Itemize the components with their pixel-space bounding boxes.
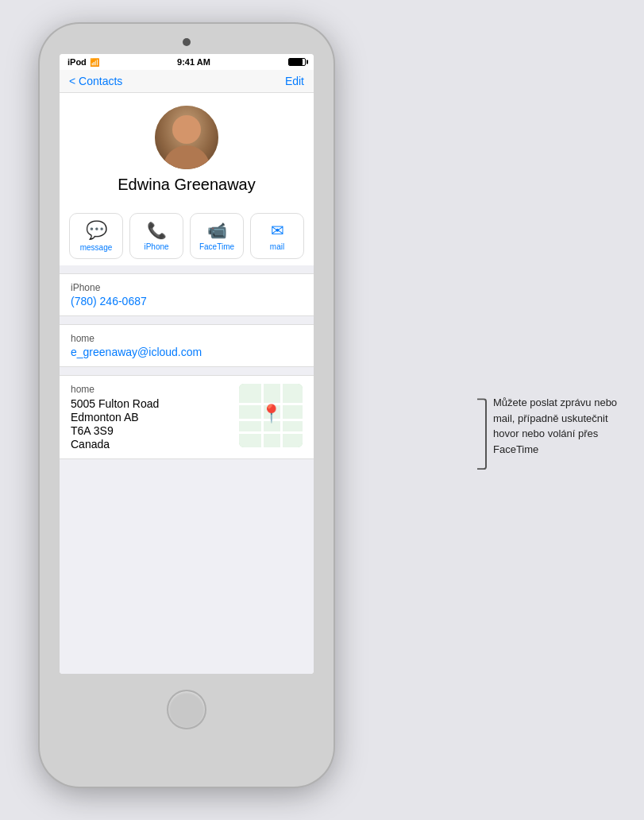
status-bar: iPod 📶 9:41 AM — [60, 54, 314, 70]
email-value[interactable]: e_greenaway@icloud.com — [71, 346, 303, 358]
address-line4: Canada — [71, 438, 159, 451]
message-button[interactable]: 💬 message — [69, 213, 123, 259]
scene: iPod 📶 9:41 AM < Contacts Edit — [0, 0, 644, 820]
back-button[interactable]: < Contacts — [69, 75, 122, 87]
address-line2: Edmonton AB — [71, 411, 159, 424]
message-icon: 💬 — [86, 220, 107, 241]
wifi-icon: 📶 — [90, 58, 99, 67]
annotation: Můžete poslat zprávu nebo mail, případně… — [477, 395, 636, 470]
home-button[interactable] — [167, 690, 206, 729]
facetime-button[interactable]: 📹 FaceTime — [190, 213, 244, 259]
map-road-h3 — [239, 431, 303, 434]
phone-value[interactable]: (780) 246-0687 — [71, 295, 303, 308]
device: iPod 📶 9:41 AM < Contacts Edit — [40, 24, 334, 787]
phone-icon: 📞 — [147, 221, 167, 240]
device-bottom — [167, 674, 206, 787]
map-thumbnail[interactable]: 📍 — [239, 384, 303, 447]
edit-label: Edit — [285, 75, 304, 87]
action-buttons-row: 💬 message 📞 iPhone 📹 FaceTime ✉ mail — [60, 207, 314, 265]
scroll-content: Edwina Greenaway 💬 message 📞 iPhone 📹 F — [60, 93, 314, 674]
status-right — [288, 58, 306, 66]
address-line3: T6A 3S9 — [71, 424, 159, 437]
edit-button[interactable]: Edit — [285, 75, 304, 87]
back-label: < Contacts — [69, 75, 122, 87]
phone-label: iPhone — [71, 282, 303, 293]
front-camera — [183, 38, 191, 46]
status-time: 9:41 AM — [177, 57, 210, 67]
address-section: home 5005 Fulton Road Edmonton AB T6A 3S… — [60, 375, 314, 459]
facetime-icon: 📹 — [207, 221, 227, 240]
nav-bar: < Contacts Edit — [60, 70, 314, 93]
avatar-section: Edwina Greenaway — [60, 93, 314, 207]
email-label: home — [71, 333, 303, 344]
avatar — [155, 106, 218, 169]
address-text: home 5005 Fulton Road Edmonton AB T6A 3S… — [71, 384, 159, 451]
carrier-label: iPod — [67, 57, 87, 67]
facetime-label: FaceTime — [199, 242, 234, 251]
screen: iPod 📶 9:41 AM < Contacts Edit — [60, 54, 314, 674]
annotation-text: Můžete poslat zprávu nebo mail, případně… — [493, 395, 636, 457]
mail-icon: ✉ — [271, 221, 284, 240]
message-label: message — [80, 243, 113, 252]
mail-label: mail — [270, 242, 284, 251]
status-left: iPod 📶 — [67, 57, 99, 67]
iphone-label: iPhone — [144, 242, 168, 251]
annotation-bracket — [477, 398, 487, 470]
iphone-button[interactable]: 📞 iPhone — [129, 213, 183, 259]
contact-name: Edwina Greenaway — [118, 176, 255, 194]
mail-button[interactable]: ✉ mail — [250, 213, 304, 259]
address-line1: 5005 Fulton Road — [71, 397, 159, 410]
map-bg: 📍 — [239, 384, 303, 447]
phone-section: iPhone (780) 246-0687 — [60, 273, 314, 316]
email-section: home e_greenaway@icloud.com — [60, 324, 314, 367]
avatar-image — [155, 106, 218, 169]
battery-fill — [289, 59, 303, 65]
map-pin: 📍 — [260, 405, 282, 423]
address-label: home — [71, 384, 159, 395]
battery-icon — [288, 58, 306, 66]
